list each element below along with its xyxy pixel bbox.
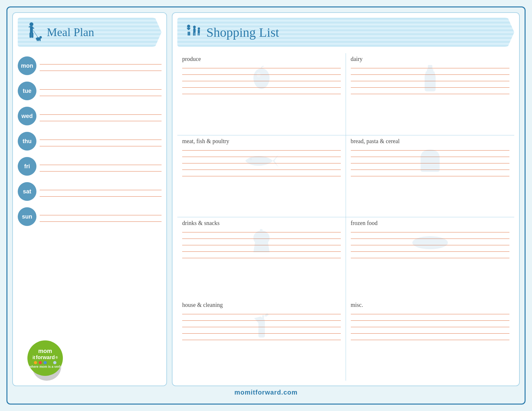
day-circle-thu: thu	[18, 132, 36, 151]
line	[351, 160, 510, 163]
line	[182, 84, 341, 88]
day-lines-fri	[40, 161, 162, 171]
line	[351, 166, 510, 170]
logo-it: it	[33, 355, 35, 360]
produce-lines	[182, 64, 341, 94]
shopping-list-banner: Shopping List	[177, 18, 514, 47]
line	[182, 147, 341, 151]
dot-lightblue	[53, 361, 56, 364]
line	[182, 71, 341, 75]
line	[351, 241, 510, 245]
house-lines-group	[182, 310, 341, 340]
section-meat-title: meat, fish & poultry	[182, 138, 341, 145]
dot-orange	[34, 361, 37, 364]
line	[40, 111, 162, 115]
day-circle-mon: mon	[18, 56, 36, 75]
line	[40, 136, 162, 140]
shopping-list-icon	[184, 21, 203, 44]
dot-green	[48, 361, 52, 364]
svg-point-19	[198, 27, 200, 30]
line	[40, 168, 162, 171]
svg-rect-9	[38, 39, 39, 41]
line	[40, 211, 162, 215]
line	[40, 86, 162, 90]
day-circle-fri: fri	[18, 157, 36, 176]
logo-registered: ®	[55, 356, 58, 359]
line	[351, 248, 510, 252]
dot-blue	[44, 361, 47, 364]
drinks-lines	[182, 229, 341, 258]
svg-rect-17	[193, 32, 194, 36]
meal-plan-panel: Meal Plan mon tue	[12, 12, 167, 386]
svg-point-7	[39, 36, 42, 39]
dairy-lines	[351, 64, 510, 94]
shopping-list-title: Shopping List	[206, 25, 279, 40]
logo-mom: mom	[38, 348, 52, 355]
day-lines-tue	[40, 86, 162, 96]
svg-line-11	[34, 31, 38, 38]
line	[40, 92, 162, 96]
house-lines	[182, 310, 341, 340]
section-dairy-title: dairy	[351, 56, 510, 63]
svg-rect-4	[30, 33, 32, 38]
section-misc: misc.	[346, 299, 515, 381]
line	[182, 323, 341, 327]
line	[40, 161, 162, 165]
section-frozen: frozen food	[346, 217, 515, 299]
line	[182, 166, 341, 170]
line	[351, 172, 510, 176]
section-meat: meat, fish & poultry	[177, 135, 346, 218]
line	[182, 241, 341, 245]
line	[182, 64, 341, 68]
dairy-lines-group	[351, 64, 510, 94]
misc-lines	[351, 310, 510, 340]
day-circle-wed: wed	[18, 107, 36, 125]
day-lines-sat	[40, 186, 162, 197]
line	[351, 229, 510, 232]
svg-point-0	[30, 22, 34, 26]
day-circle-sun: sun	[18, 207, 36, 226]
section-bread-title: bread, pasta & cereal	[351, 138, 510, 145]
line	[40, 218, 162, 222]
footer: momitforward.com	[12, 386, 520, 399]
line	[182, 77, 341, 81]
main-container: Meal Plan mon tue	[6, 6, 526, 405]
bread-lines-group	[351, 147, 510, 176]
meat-lines-group	[182, 147, 341, 176]
svg-rect-21	[198, 33, 198, 35]
line	[40, 67, 162, 71]
line	[351, 71, 510, 75]
meal-plan-title: Meal Plan	[47, 25, 94, 39]
day-row-mon: mon	[18, 56, 162, 75]
svg-rect-22	[199, 33, 200, 35]
meal-plan-banner: Meal Plan	[18, 18, 162, 47]
line	[182, 330, 341, 334]
section-house: house & cleaning	[177, 299, 346, 381]
bread-lines	[351, 147, 510, 176]
line	[182, 235, 341, 239]
logo-forward: forward	[36, 355, 55, 360]
line	[182, 336, 341, 340]
section-bread: bread, pasta & cereal	[346, 135, 515, 218]
day-lines-sun	[40, 211, 162, 222]
day-lines-mon	[40, 61, 162, 71]
produce-lines-group	[182, 64, 341, 94]
svg-rect-20	[198, 30, 200, 33]
line	[351, 90, 510, 94]
svg-rect-8	[37, 39, 38, 41]
line	[351, 317, 510, 321]
svg-rect-18	[194, 32, 195, 36]
logo-circle: mom it forward ® wh	[27, 340, 63, 376]
line	[40, 193, 162, 197]
dots-row	[34, 361, 56, 364]
logo-area: mom it forward ® wh	[18, 337, 162, 381]
line	[351, 330, 510, 334]
day-circle-tue: tue	[18, 82, 36, 100]
line	[182, 153, 341, 157]
drinks-lines-group	[182, 229, 341, 258]
line	[182, 229, 341, 232]
svg-point-12	[187, 25, 190, 28]
shopping-list-panel: Shopping List produce	[172, 12, 520, 386]
line	[182, 317, 341, 321]
footer-website: momitforward.com	[234, 389, 298, 396]
